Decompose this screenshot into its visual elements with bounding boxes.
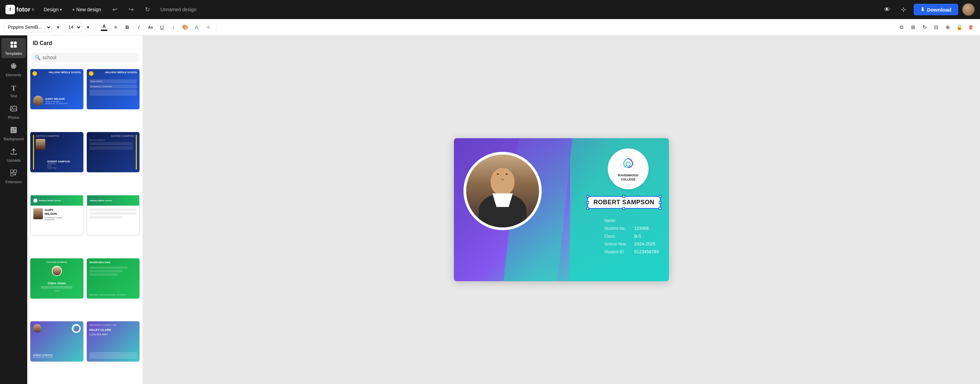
extension-icon (10, 169, 18, 178)
copy-icon: ⧉ (900, 24, 904, 30)
handle-bm (622, 207, 625, 210)
sidebar-item-uploads[interactable]: Uploads (2, 145, 26, 165)
templates-icon (10, 41, 18, 50)
school-year-label: School Year (605, 242, 632, 247)
trash-icon: 🗑 (969, 24, 974, 30)
eye-right (506, 174, 508, 175)
template-card[interactable]: University of Hallway Claire Jones Junio… (30, 258, 84, 299)
sidebar-item-extension[interactable]: Extension (2, 166, 26, 186)
sidebar-item-background[interactable]: Background (2, 124, 26, 143)
mouth (501, 179, 504, 180)
divider-1 (96, 23, 96, 31)
background-label: Background (4, 137, 24, 141)
rotate-button[interactable]: ↻ (920, 22, 930, 32)
palette-button[interactable]: 🎨 (180, 22, 190, 32)
copy-style-button[interactable]: ⧉ (896, 22, 907, 32)
left-sidebar: Templates Elements T Text (0, 35, 27, 384)
share-icon: ⊹ (901, 6, 906, 13)
line-height-button[interactable]: ↕ (169, 22, 179, 32)
format-toolbar: Poppins SemiB... ▾ 14 ▾ A ≡ B I Aa U ↕ 🎨… (0, 19, 980, 35)
handle-ml (586, 201, 589, 204)
name-box[interactable]: ROBERT SAMPSON (587, 196, 660, 209)
italic-button[interactable]: I (134, 22, 144, 32)
template-card[interactable]: Halliday Middle School GARYWILSON Emerge… (30, 195, 84, 236)
download-button[interactable]: ⬇ Download (914, 4, 958, 15)
svg-rect-10 (11, 131, 13, 132)
elements-icon (10, 62, 18, 72)
undo-icon: ↩ (112, 6, 118, 13)
template-card[interactable]: ROBERT SAMPSON RAVENWOOD COLLEGE (30, 321, 84, 362)
lock-icon: 🔒 (956, 24, 963, 30)
template-card[interactable]: JUSTICE CHAMPION ROBERT SAMPSON Student … (30, 132, 84, 173)
lock-button[interactable]: 🔒 (954, 22, 964, 32)
layer-button[interactable]: ⊕ (943, 22, 953, 32)
sidebar-item-text[interactable]: T Text (2, 81, 26, 101)
template-card[interactable]: HALLIDAY MIDDLE SCHOOL GARY WILSON Class… (30, 69, 84, 110)
handle-tm (622, 195, 625, 198)
handle-tr (659, 195, 662, 198)
search-input-wrapper: 🔍 (31, 53, 138, 62)
pattern-button[interactable]: ⊹ (203, 22, 213, 32)
underline-icon: U (160, 24, 164, 30)
template-card[interactable]: Identification Card 408 Baker Lane Sacra… (86, 258, 140, 299)
refresh-icon: ↻ (145, 6, 150, 13)
handle-tl (586, 195, 589, 198)
text-color-button[interactable]: A (99, 22, 109, 32)
template-card[interactable]: EMERGENCY CONTACT NO. HALEY CLARK (123) … (86, 321, 140, 362)
search-input[interactable] (43, 55, 135, 60)
eye-icon: 👁 (884, 6, 890, 13)
sidebar-item-elements[interactable]: Elements (2, 60, 26, 80)
templates-panel: ID Card 🔍 HALLIDAY MIDDLE SCHOOL (27, 35, 143, 384)
template-card[interactable]: Halliday Middle School (86, 195, 140, 236)
align-distribute-button[interactable]: ⊞ (908, 22, 918, 32)
photos-icon (10, 105, 18, 114)
svg-rect-0 (11, 41, 13, 44)
palette-icon: 🎨 (182, 24, 189, 30)
font-size-dropdown-button[interactable]: ▾ (83, 22, 93, 32)
template-card[interactable]: HALLIDAY MIDDLE SCHOOL Date of Birth: Em… (86, 69, 140, 110)
new-design-button[interactable]: + New design (69, 5, 105, 14)
redo-button[interactable]: ↪ (125, 3, 137, 16)
delete-button[interactable]: 🗑 (966, 22, 976, 32)
divider-2 (216, 23, 216, 31)
college-name-text: RAVENWOODCOLLEGE (618, 174, 638, 182)
student-photo-circle (463, 152, 542, 230)
text-icon: T (11, 84, 16, 92)
aa-button[interactable]: Aa (145, 22, 156, 32)
gradient-button[interactable]: A (192, 22, 202, 32)
preview-button[interactable]: 👁 (881, 3, 893, 16)
redo-icon: ↪ (129, 6, 134, 13)
design-menu-button[interactable]: Design ▾ (41, 5, 65, 14)
topbar-right: 👁 ⊹ ⬇ Download (881, 3, 975, 16)
canvas-area: RAVENWOODCOLLEGE ROBERT SAMPSON Name: (143, 35, 980, 384)
info-row-student-no: Student No. 123456 (605, 226, 659, 231)
elements-label: Elements (6, 73, 21, 77)
avatar[interactable] (962, 3, 975, 16)
bold-button[interactable]: B (122, 22, 132, 32)
uploads-icon (10, 148, 18, 157)
template-card[interactable]: JUSTICE CHAMPION Name and Signature (86, 132, 140, 173)
rotate-icon: ↻ (923, 24, 927, 30)
card-info-section: Name: Student No. 123456 Class: B-5 Scho… (605, 218, 659, 257)
refresh-button[interactable]: ↻ (141, 3, 153, 16)
underline-button[interactable]: U (157, 22, 167, 32)
info-row-student-id: Student ID: 0123456789 (605, 249, 659, 254)
sidebar-item-photos[interactable]: Photos (2, 102, 26, 122)
font-dropdown-button[interactable]: ▾ (53, 22, 63, 32)
person-head (491, 168, 514, 195)
search-icon: 🔍 (35, 55, 40, 60)
bold-icon: B (126, 24, 129, 30)
sidebar-item-templates[interactable]: Templates (2, 38, 26, 58)
share-button[interactable]: ⊹ (897, 3, 910, 16)
font-family-select[interactable]: Poppins SemiB... (4, 22, 52, 32)
layer-icon: ⊕ (946, 24, 950, 30)
student-id-label: Student ID: (605, 250, 632, 254)
layer-align-button[interactable]: ⊟ (931, 22, 941, 32)
eye-left (497, 174, 499, 175)
logo-icon: f (5, 5, 15, 14)
main-content: Templates Elements T Text (0, 35, 980, 384)
text-align-button[interactable]: ≡ (111, 22, 121, 32)
gradient-icon: A (195, 24, 198, 30)
undo-button[interactable]: ↩ (108, 3, 121, 16)
font-size-select[interactable]: 14 (65, 22, 82, 32)
